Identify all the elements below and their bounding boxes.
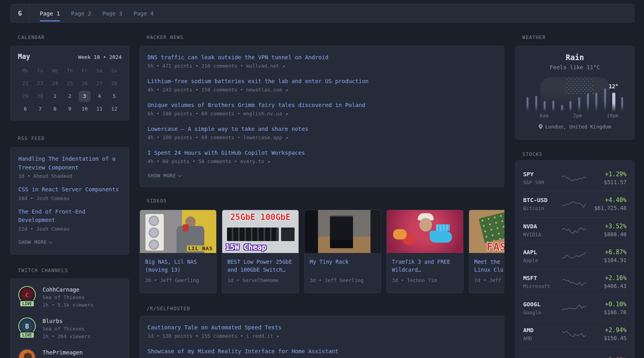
video-card[interactable]: My Tiny Rack 3d • Jeff Geerling xyxy=(304,210,381,293)
stock-row: BTC-USD Bitcoin +4.40% $61,725.48 xyxy=(523,191,627,217)
rss-item-title[interactable]: The End of Front-End Development xyxy=(18,208,121,225)
calendar-day: 28 xyxy=(107,79,122,88)
hn-show-more-button[interactable]: SHOW MORE xyxy=(147,173,497,179)
weather-bar xyxy=(561,105,563,112)
stock-name: AMD xyxy=(523,335,560,342)
video-title[interactable]: My Tiny Rack xyxy=(310,258,376,274)
weather-axis: 6am2pm10pm xyxy=(523,113,627,119)
stock-sparkline xyxy=(560,356,588,358)
rss-item: CSS in React Server Components 18d • Jos… xyxy=(18,185,121,202)
twitch-channel-viewers: 1h • 5.5k viewers xyxy=(43,301,93,309)
video-thumbnail: FAS xyxy=(469,210,504,253)
calendar-day: 25 xyxy=(62,79,77,88)
rss-item-title[interactable]: Handling The Indentation of a Treeview C… xyxy=(18,155,121,172)
tab-label: Page 2 xyxy=(71,10,91,17)
tab-page-3[interactable]: Page 3 xyxy=(102,4,122,22)
calendar-day: 4 xyxy=(92,91,107,101)
calendar-day: 11 xyxy=(92,104,107,113)
video-title[interactable]: Meet the Linux Clu xyxy=(474,258,504,274)
calendar-day: 6 xyxy=(18,104,33,113)
day-header: Tu xyxy=(33,66,47,75)
hn-item-title[interactable]: I Spent 24 Hours with GitHub Copilot Wor… xyxy=(147,149,497,157)
stock-row: AMD AMD +2.94% $150.45 xyxy=(523,321,627,347)
hn-item: Lithium-free sodium batteries exit the l… xyxy=(147,77,497,93)
stock-row: MSFT Microsoft +2.16% $406.43 xyxy=(523,269,627,295)
calendar-day: 12 xyxy=(107,104,122,113)
video-meta: 3h • Jeff Geerling xyxy=(145,277,211,283)
app-logo[interactable]: G xyxy=(11,4,29,22)
stock-name: NVIDIA xyxy=(523,231,560,238)
rss-item-meta: 3d • Ahmad Shadeed xyxy=(18,173,121,179)
stock-symbol: NVDA xyxy=(523,222,560,231)
rss-show-more-button[interactable]: SHOW MORE xyxy=(18,239,121,245)
weather-bar xyxy=(526,97,528,112)
video-title[interactable]: Big NAS, Lil NAS (moving 13) xyxy=(145,258,211,274)
video-meta: 7d • Jeff Geerling xyxy=(474,277,504,283)
twitch-channel-name[interactable]: ThePrimeagen xyxy=(43,349,83,356)
calendar-grid: Mo Tu We Th Fr Sa Su 22 23 24 25 26 27 2… xyxy=(18,66,122,113)
video-card[interactable]: FAS Meet the Linux Clu 7d • Jeff Geerlin… xyxy=(469,210,504,293)
calendar-day: 30 xyxy=(33,91,47,101)
videos-section-title: VIDEOS xyxy=(147,198,167,204)
tab-page-1[interactable]: Page 1 xyxy=(40,4,60,22)
weather-bar xyxy=(621,97,623,112)
stock-symbol: RDDT xyxy=(523,356,560,358)
video-meta: 1d • ServeTheHome xyxy=(227,277,294,283)
twitch-section-title: TWITCH CHANNELS xyxy=(18,267,68,274)
hn-item-title[interactable]: Lowercase – A simple way to take and sha… xyxy=(147,125,497,133)
video-thumbnail xyxy=(305,210,381,253)
hn-item-title[interactable]: Lithium-free sodium batteries exit the l… xyxy=(147,77,497,85)
twitch-channel-game: Sea of Thieves xyxy=(43,325,90,333)
stock-sparkline xyxy=(560,251,588,261)
weather-bar xyxy=(596,93,597,112)
external-link-icon: ↗ xyxy=(285,87,288,93)
video-title[interactable]: BEST Low Power 25GbE and 100GbE Switch… xyxy=(227,258,294,274)
hn-item-meta: 4h • 243 points • 158 comments • newatla… xyxy=(147,86,497,93)
stock-symbol: AMD xyxy=(523,326,560,335)
stock-sparkline xyxy=(560,199,588,209)
rss-item: The End of Front-End Development 22d • J… xyxy=(18,208,121,232)
calendar-day: 24 xyxy=(48,79,62,88)
tab-label: Page 1 xyxy=(40,10,60,17)
stock-symbol: GOOGL xyxy=(523,300,560,309)
avatar xyxy=(18,349,36,358)
stock-name: Bitcoin xyxy=(523,204,560,212)
twitch-channel-row[interactable]: LIVE CohhCarnage Sea of Thieves 1h • 5.5… xyxy=(18,286,121,309)
video-card[interactable]: Traefik 3 and FREE Wildcard… 3d • Techno… xyxy=(386,210,464,293)
page-tabs: Page 1 Page 2 Page 3 Page 4 xyxy=(29,4,165,22)
day-header: Th xyxy=(62,66,77,75)
video-card[interactable]: LIL NAS Big NAS, Lil NAS (moving 13) 3h … xyxy=(140,210,217,293)
video-title[interactable]: Traefik 3 and FREE Wildcard… xyxy=(392,258,458,274)
weather-bar xyxy=(544,101,546,112)
external-link-icon: ↗ xyxy=(282,63,285,69)
twitch-channel-row[interactable]: ThePrimeagen xyxy=(18,349,121,358)
reddit-item: Cautionary Tale on Automated Speed Tests… xyxy=(147,323,497,339)
video-card[interactable]: 25GbE 100GbE 15W Cheap BEST Low Power 25… xyxy=(222,210,299,293)
hn-item-title[interactable]: DNS traffic can leak outside the VPN tun… xyxy=(147,53,497,61)
live-badge: LIVE xyxy=(19,300,35,307)
hn-item-title[interactable]: Unique volumes of Brothers Grimm fairy t… xyxy=(147,101,497,109)
stock-sparkline xyxy=(560,277,588,287)
stock-row: SPY S&P 500 +1.29% $511.57 xyxy=(523,165,627,191)
rss-widget: Handling The Indentation of a Treeview C… xyxy=(10,147,129,255)
stock-change-pct: +2.16% xyxy=(588,274,627,282)
tab-page-2[interactable]: Page 2 xyxy=(71,4,91,22)
twitch-channel-name[interactable]: CohhCarnage xyxy=(43,286,93,294)
rss-item-title[interactable]: CSS in React Server Components xyxy=(18,185,121,194)
rss-item: Handling The Indentation of a Treeview C… xyxy=(18,155,121,179)
stock-symbol: AAPL xyxy=(523,248,560,257)
stock-price: $184.91 xyxy=(588,257,627,264)
weather-bar xyxy=(570,101,572,112)
twitch-channel-name[interactable]: Blurbs xyxy=(43,317,90,325)
day-header: Sa xyxy=(92,66,107,75)
external-link-icon: ↗ xyxy=(276,333,279,339)
stock-price: $166.78 xyxy=(588,309,627,316)
twitch-channel-row[interactable]: LIVE Blurbs Sea of Thieves 1h • 264 view… xyxy=(18,317,121,340)
reddit-item-title[interactable]: Cautionary Tale on Automated Speed Tests xyxy=(147,323,497,331)
hn-item: I Spent 24 Hours with GitHub Copilot Wor… xyxy=(147,149,497,165)
stock-price: $511.57 xyxy=(588,179,627,186)
calendar-day: 29 xyxy=(18,91,33,101)
reddit-item-title[interactable]: Showcase of my Mixed Reality Interface f… xyxy=(147,347,497,355)
tab-label: Page 3 xyxy=(102,10,122,17)
tab-page-4[interactable]: Page 4 xyxy=(134,4,154,22)
